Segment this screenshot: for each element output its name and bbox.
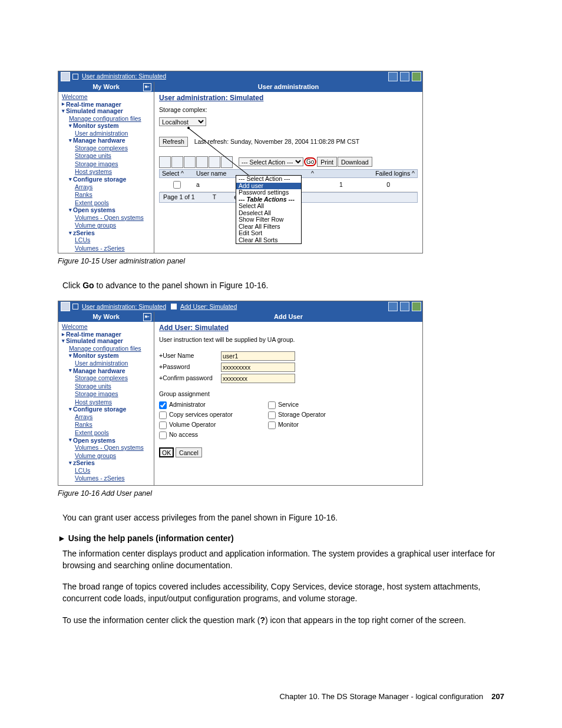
figure-caption-16: Figure 10-16 Add User panel	[58, 489, 504, 498]
page-title: Add User: Simulated	[159, 324, 418, 332]
collapse-icon[interactable]: ⇤	[143, 83, 151, 91]
nav-simulated-manager[interactable]: Simulated manager	[62, 108, 151, 115]
app-icon	[61, 302, 70, 311]
nav-configure-storage[interactable]: Configure storage	[62, 176, 151, 183]
storage-complex-label: Storage complex:	[159, 106, 207, 113]
nav-host-systems[interactable]: Host systems	[62, 168, 151, 176]
page-indicator: Page 1 of 1	[163, 194, 195, 201]
user-name-input[interactable]	[221, 351, 295, 361]
cb-copy-services-operator[interactable]	[159, 411, 167, 419]
body-text: You can grant user access privileges fro…	[58, 512, 504, 523]
help-icon[interactable]	[412, 302, 421, 311]
cb-service[interactable]	[268, 401, 276, 409]
window-titlebar: User administration: Simulated Add User:…	[58, 301, 422, 312]
nav-volumes-zseries[interactable]: Volumes - zSeries	[62, 245, 151, 253]
cb-no-access[interactable]	[159, 431, 167, 439]
go-button[interactable]: Go	[304, 157, 316, 166]
last-refresh-text: Last refresh: Sunday, November 28, 2004 …	[194, 138, 360, 145]
nav-open-systems[interactable]: Open systems	[62, 207, 151, 214]
nav-volumes-open-systems[interactable]: Volumes - Open systems	[62, 214, 151, 222]
nav-welcome[interactable]: Welcome	[62, 93, 151, 101]
nav-manage-hardware[interactable]: Manage hardware	[62, 137, 151, 144]
cb-monitor[interactable]	[268, 421, 276, 429]
toolbar-icon[interactable]	[196, 156, 208, 168]
breadcrumb[interactable]: User administration: Simulated	[82, 73, 166, 80]
nav-storage-units[interactable]: Storage units	[62, 152, 151, 160]
nav-tree: Welcome Real-time manager Simulated mana…	[58, 322, 154, 487]
body-text: The broad range of topics covered includ…	[58, 581, 504, 605]
cb-storage-operator[interactable]	[268, 411, 276, 419]
group-assignment-label: Group assignment	[159, 391, 418, 398]
main-header: User administration	[154, 82, 422, 92]
app-icon	[61, 72, 70, 81]
nav-header: My Work⇤	[58, 312, 154, 322]
ok-button[interactable]: OK	[159, 447, 174, 457]
nav-storage-complexes[interactable]: Storage complexes	[62, 144, 151, 153]
refresh-button[interactable]: Refresh	[159, 137, 188, 147]
main-header: Add User	[154, 312, 422, 322]
nav-arrays[interactable]: Arrays	[62, 183, 151, 192]
nav-storage-images[interactable]: Storage images	[62, 160, 151, 169]
cell-failed: 0	[359, 178, 418, 192]
nav-user-administration[interactable]: User administration	[62, 130, 151, 138]
confirm-password-input[interactable]	[221, 374, 295, 383]
figure-10-15: User administration: Simulated My Work⇤ …	[58, 71, 504, 253]
breadcrumb[interactable]: Add User: Simulated	[180, 304, 237, 311]
window-button[interactable]	[400, 72, 409, 81]
toolbar-icon[interactable]	[159, 156, 171, 168]
body-text: The information center displays product …	[58, 548, 504, 572]
storage-complex-select[interactable]: Localhost	[159, 117, 206, 126]
nav-lcus[interactable]: LCUs	[62, 236, 151, 245]
cell-n: 1	[337, 178, 359, 192]
nav-header: My Work⇤	[58, 82, 154, 92]
download-button[interactable]: Download	[338, 157, 372, 167]
th-select[interactable]: Select ^	[160, 169, 194, 178]
th-failed-logins[interactable]: Failed logins ^	[359, 169, 418, 178]
nav-monitor-system[interactable]: Monitor system	[62, 123, 151, 130]
window-button[interactable]	[388, 302, 398, 311]
toolbar-icon[interactable]	[171, 156, 183, 168]
collapse-icon[interactable]: ⇤	[143, 313, 151, 321]
toolbar-icon[interactable]	[184, 156, 196, 168]
body-text: Click Go to advance to the panel shown i…	[58, 279, 504, 291]
password-input[interactable]	[221, 363, 295, 372]
body-text: To use the information center click the …	[58, 614, 504, 626]
cb-volume-operator[interactable]	[159, 421, 167, 429]
cancel-button[interactable]: Cancel	[176, 447, 202, 457]
cb-administrator[interactable]	[159, 401, 167, 409]
nav-manage-config-files[interactable]: Manage configuration files	[62, 115, 151, 123]
nav-volume-groups[interactable]: Volume groups	[62, 222, 151, 230]
nav-ranks[interactable]: Ranks	[62, 191, 151, 199]
action-select[interactable]: --- Select Action ---	[239, 157, 303, 166]
page-title: User administration: Simulated	[159, 94, 418, 102]
row-checkbox[interactable]	[173, 181, 181, 189]
th-status[interactable]: ^	[309, 169, 337, 178]
toolbar-icon[interactable]	[209, 156, 220, 168]
user-name-label: +User Name	[159, 353, 221, 360]
window-titlebar: User administration: Simulated	[58, 71, 422, 82]
window-button[interactable]	[388, 72, 398, 81]
action-dropdown[interactable]: --- Select Action --- Add user Password …	[236, 175, 302, 244]
help-icon[interactable]	[412, 72, 421, 81]
password-label: +Password	[159, 364, 221, 371]
breadcrumb[interactable]: User administration: Simulated	[82, 304, 166, 311]
instruction-text: User instruction text will be supplied b…	[159, 337, 418, 344]
window-button[interactable]	[400, 302, 409, 311]
figure-caption-15: Figure 10-15 User administration panel	[58, 257, 504, 265]
page-footer: Chapter 10. The DS Storage Manager - log…	[0, 692, 562, 701]
nav-extent-pools[interactable]: Extent pools	[62, 199, 151, 207]
section-heading: Using the help panels (information cente…	[58, 533, 504, 543]
print-button[interactable]: Print	[317, 157, 337, 167]
confirm-password-label: +Confirm password	[159, 375, 221, 382]
nav-tree: Welcome Real-time manager Simulated mana…	[58, 92, 154, 257]
nav-zseries[interactable]: zSeries	[62, 230, 151, 237]
figure-10-16: User administration: Simulated Add User:…	[58, 301, 504, 486]
